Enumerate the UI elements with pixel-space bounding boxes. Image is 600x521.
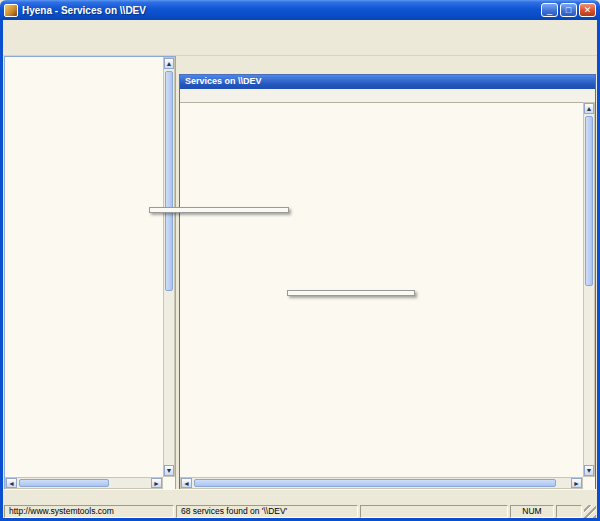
status-end-panel — [556, 505, 582, 518]
results-toolbar — [178, 55, 597, 74]
scroll-down-icon[interactable]: ▼ — [164, 465, 174, 476]
list-caption: Services on \\DEV — [180, 75, 595, 89]
status-num-lock: NUM — [510, 505, 554, 518]
status-result-count: 68 services found on '\\DEV' — [176, 505, 358, 518]
list-hscroll-thumb[interactable] — [194, 479, 556, 487]
title-bar: Hyena - Services on \\DEV _ □ ✕ — [0, 0, 600, 20]
window-border-left — [0, 18, 3, 521]
tree-hscroll-thumb[interactable] — [19, 479, 109, 487]
tree-vertical-scrollbar[interactable]: ▲ ▼ — [163, 57, 175, 477]
app-icon — [4, 4, 18, 17]
scroll-down-icon[interactable]: ▼ — [584, 465, 594, 476]
context-menu — [149, 207, 289, 213]
list-vertical-scrollbar[interactable]: ▲ ▼ — [583, 102, 595, 477]
results-pane: Services on \\DEV ▲ ▼ ◄ ► — [178, 55, 597, 490]
column-header-row — [180, 89, 595, 103]
tree-horizontal-scrollbar[interactable]: ◄ ► — [5, 477, 163, 489]
menu-bar — [3, 20, 597, 36]
close-button[interactable]: ✕ — [579, 3, 596, 17]
window-title: Hyena - Services on \\DEV — [22, 5, 541, 16]
scroll-left-icon[interactable]: ◄ — [6, 478, 17, 488]
services-list-window: Services on \\DEV ▲ ▼ ◄ ► — [179, 74, 596, 490]
maximize-button[interactable]: □ — [560, 3, 577, 17]
object-tree-panel: ▲ ▼ ◄ ► — [4, 56, 176, 490]
status-filler — [360, 505, 508, 518]
shortcut-toolbar — [3, 489, 597, 505]
scroll-left-icon[interactable]: ◄ — [181, 478, 192, 488]
scroll-up-icon[interactable]: ▲ — [164, 58, 174, 69]
list-vscroll-thumb[interactable] — [585, 116, 593, 286]
minimize-button[interactable]: _ — [541, 3, 558, 17]
list-horizontal-scrollbar[interactable]: ◄ ► — [180, 477, 583, 489]
scroll-right-icon[interactable]: ► — [571, 478, 582, 488]
new-submenu — [287, 290, 415, 296]
main-toolbar — [3, 35, 597, 56]
tree-vscroll-thumb[interactable] — [165, 71, 173, 291]
hyena-window: Hyena - Services on \\DEV _ □ ✕ ▲ ▼ ◄ ► — [0, 0, 600, 521]
client-area: ▲ ▼ ◄ ► Services on \\DEV ▲ ▼ — [3, 55, 597, 490]
status-bar: http://www.systemtools.com 68 services f… — [3, 505, 597, 518]
object-tree — [5, 58, 163, 477]
scroll-right-icon[interactable]: ► — [151, 478, 162, 488]
resize-grip[interactable] — [584, 505, 596, 518]
status-url[interactable]: http://www.systemtools.com — [4, 505, 174, 518]
scroll-up-icon[interactable]: ▲ — [584, 103, 594, 114]
